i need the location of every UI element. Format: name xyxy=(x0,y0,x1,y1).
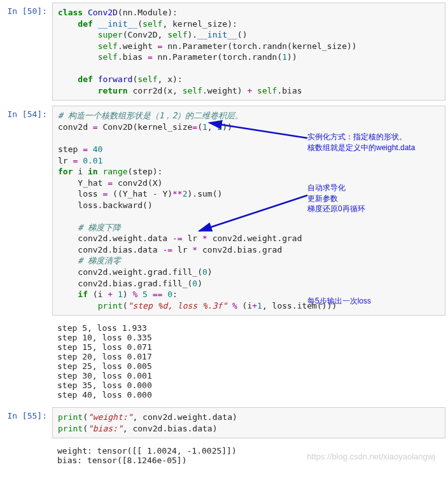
annotation-instantiation: 实例化方式：指定核的形状。核数组就是定义中的weight.data xyxy=(307,132,415,152)
code-cell-50: In [50]: class Conv2D(nn.Module): def __… xyxy=(3,3,445,101)
code-cell-55: In [55]: print("weight:", conv2d.weight.… xyxy=(3,407,445,438)
prompt-out-55 xyxy=(3,443,52,447)
code-text-55: print("weight:", conv2d.weight.data) pri… xyxy=(58,412,440,434)
code-text-50: class Conv2D(nn.Module): def __init__(se… xyxy=(58,7,440,96)
annotation-print-loss: 每5步输出一次loss xyxy=(307,296,371,306)
code-input-55[interactable]: print("weight:", conv2d.weight.data) pri… xyxy=(52,407,445,438)
code-input-54[interactable]: # 构造一个核数组形状是（1，2）的二维卷积层。 conv2d = Conv2D… xyxy=(52,106,445,316)
prompt-in-55: In [55]: xyxy=(3,407,52,421)
annotation-autograd: 自动求导化更新参数梯度还原0再循环 xyxy=(307,183,365,214)
code-input-50[interactable]: class Conv2D(nn.Module): def __init__(se… xyxy=(52,3,445,101)
prompt-out-54 xyxy=(3,321,52,324)
output-text-54: step 5, loss 1.933 step 10, loss 0.335 s… xyxy=(52,321,445,402)
prompt-in-54: In [54]: xyxy=(3,106,52,119)
watermark-text: https://blog.csdn.net/xiaoyaolangwj xyxy=(307,452,435,461)
prompt-in-50: In [50]: xyxy=(3,3,52,16)
code-cell-54: In [54]: # 构造一个核数组形状是（1，2）的二维卷积层。 conv2d… xyxy=(3,106,445,316)
notebook-frame: In [50]: class Conv2D(nn.Module): def __… xyxy=(3,3,445,468)
output-cell-54: step 5, loss 1.933 step 10, loss 0.335 s… xyxy=(3,321,445,402)
